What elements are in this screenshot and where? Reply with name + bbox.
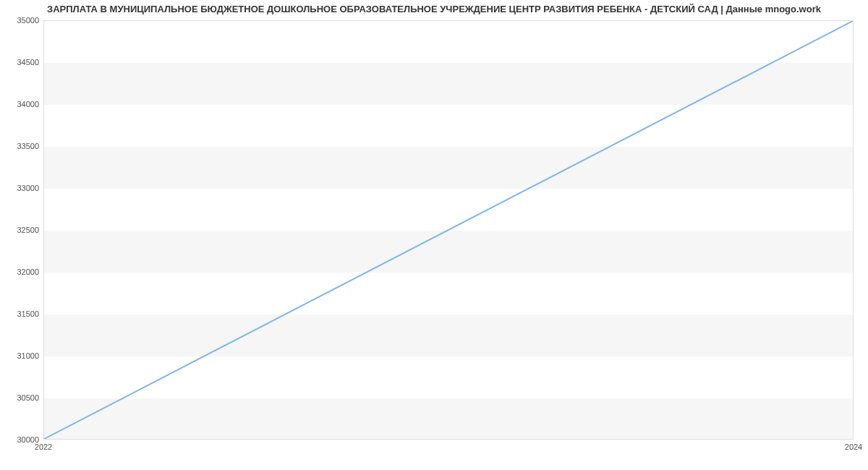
- y-tick-label: 32000: [17, 268, 39, 276]
- chart-line-svg: [44, 21, 853, 439]
- y-tick-label: 32500: [17, 226, 39, 234]
- plot-area: [43, 20, 854, 440]
- chart-series-line: [44, 21, 853, 439]
- y-tick-label: 34500: [17, 58, 39, 67]
- y-tick-label: 30500: [17, 393, 39, 402]
- x-tick-label: 2024: [845, 443, 862, 451]
- plot-wrap: 3000030500310003150032000325003300033500…: [43, 20, 854, 440]
- y-tick-label: 33500: [17, 142, 39, 150]
- x-tick-label: 2022: [35, 443, 52, 451]
- y-tick-label: 31000: [17, 351, 39, 360]
- y-tick-label: 31500: [17, 309, 39, 318]
- y-tick-label: 34000: [17, 100, 39, 108]
- y-tick-label: 35000: [17, 16, 39, 25]
- y-tick-label: 33000: [17, 184, 39, 192]
- chart-title: ЗАРПЛАТА В МУНИЦИПАЛЬНОЕ БЮДЖЕТНОЕ ДОШКО…: [0, 4, 868, 14]
